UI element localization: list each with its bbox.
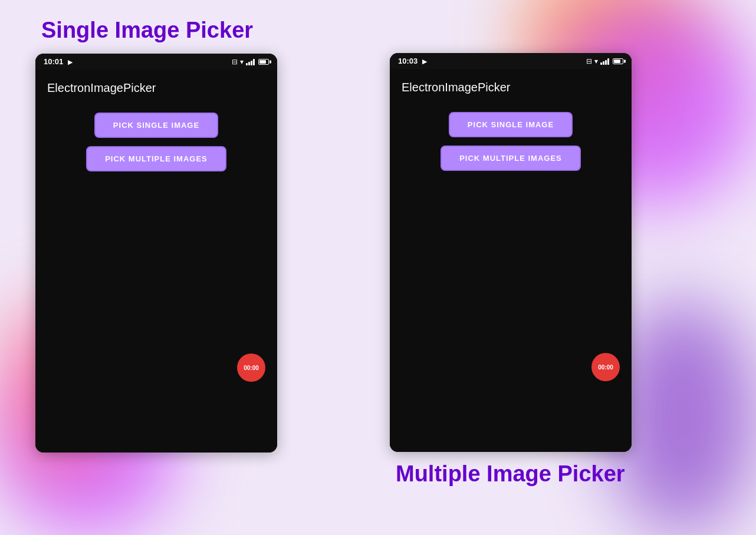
left-status-right: ⊟ ▾ <box>232 58 269 66</box>
right-cast-icon: ⊟ <box>586 57 592 65</box>
left-app-title: ElectronImagePicker <box>47 81 265 95</box>
page-content: Single Image Picker 10:01 ⊟ ▾ <box>0 0 756 535</box>
left-column: Single Image Picker 10:01 ⊟ ▾ <box>35 18 366 453</box>
left-record-badge: 00:00 <box>237 354 265 382</box>
left-status-left: 10:01 <box>44 57 73 66</box>
right-status-time: 10:03 <box>398 57 418 65</box>
right-column: 10:03 ⊟ ▾ <box>390 53 721 487</box>
left-status-bar: 10:01 ⊟ ▾ <box>35 54 277 70</box>
left-wifi-icon: ▾ <box>240 58 244 66</box>
left-buttons-area: PICK SINGLE IMAGE PICK MULTIPLE IMAGES <box>47 113 265 171</box>
right-phone-mockup: 10:03 ⊟ ▾ <box>390 53 632 452</box>
left-pick-single-button[interactable]: PICK SINGLE IMAGE <box>94 113 218 138</box>
right-status-right: ⊟ ▾ <box>586 57 623 65</box>
right-pick-multiple-button[interactable]: PICK MULTIPLE IMAGES <box>441 146 581 171</box>
left-record-time: 00:00 <box>244 365 259 371</box>
right-pick-single-button[interactable]: PICK SINGLE IMAGE <box>449 112 573 137</box>
left-battery-icon <box>258 59 269 65</box>
right-status-bar: 10:03 ⊟ ▾ <box>390 53 632 69</box>
right-wifi-icon: ▾ <box>594 57 598 65</box>
left-cast-icon: ⊟ <box>232 58 238 66</box>
left-phone-mockup: 10:01 ⊟ ▾ <box>35 54 277 453</box>
right-signal-icon <box>600 58 609 65</box>
left-signal-icon <box>246 58 255 65</box>
right-section-title: Multiple Image Picker <box>396 461 625 487</box>
right-video-icon <box>422 57 427 65</box>
right-app-bottom <box>402 171 620 348</box>
left-video-icon <box>68 57 73 66</box>
right-record-badge: 00:00 <box>591 353 620 381</box>
right-status-left: 10:03 <box>398 57 427 65</box>
right-battery-icon <box>613 58 623 64</box>
right-buttons-area: PICK SINGLE IMAGE PICK MULTIPLE IMAGES <box>402 112 620 171</box>
left-app-bottom <box>47 171 265 348</box>
left-pick-multiple-button[interactable]: PICK MULTIPLE IMAGES <box>86 146 226 171</box>
right-app-content: ElectronImagePicker PICK SINGLE IMAGE PI… <box>390 69 632 452</box>
left-app-content: ElectronImagePicker PICK SINGLE IMAGE PI… <box>35 70 277 453</box>
right-app-title: ElectronImagePicker <box>402 81 620 94</box>
left-section-title: Single Image Picker <box>41 18 253 43</box>
left-status-time: 10:01 <box>44 57 63 66</box>
right-record-time: 00:00 <box>598 364 613 371</box>
